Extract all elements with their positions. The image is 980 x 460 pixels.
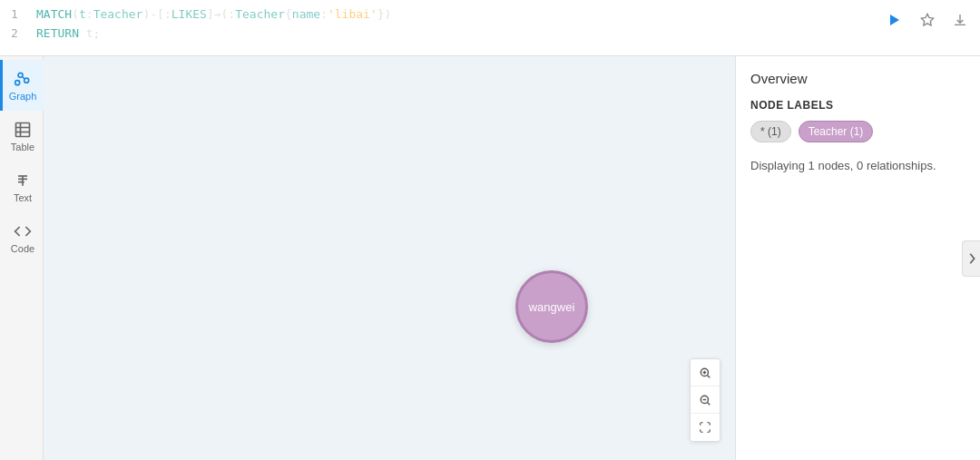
sidebar-item-text[interactable]: Text	[0, 161, 44, 212]
svg-marker-0	[890, 15, 899, 25]
sidebar-item-graph[interactable]: Graph	[0, 60, 44, 111]
label-badges-container: * (1) Teacher (1)	[750, 121, 965, 142]
zoom-controls	[690, 358, 720, 442]
graph-visualization[interactable]: wangwei	[44, 56, 735, 460]
label-badge-star[interactable]: * (1)	[750, 121, 791, 142]
line-number-1: 1	[11, 5, 29, 24]
node-label: wangwei	[529, 300, 575, 314]
node-labels-heading: Node labels	[750, 99, 965, 112]
editor-area[interactable]: 1 MATCH(t:Teacher)-[:LIKES]→(:Teacher{na…	[0, 0, 980, 56]
overview-toggle-button[interactable]	[962, 240, 980, 277]
zoom-in-button[interactable]	[691, 359, 720, 387]
table-icon	[14, 121, 32, 139]
editor-code-line-1[interactable]: MATCH(t:Teacher)-[:LIKES]→(:Teacher{name…	[36, 5, 391, 24]
editor-toolbar	[882, 7, 973, 33]
label-badge-teacher[interactable]: Teacher (1)	[799, 121, 874, 142]
svg-point-2	[18, 73, 23, 77]
sidebar-text-label: Text	[14, 192, 32, 203]
sidebar-table-label: Table	[11, 142, 34, 152]
download-button[interactable]	[947, 7, 973, 33]
overview-title: Overview	[750, 71, 965, 86]
svg-line-5	[23, 76, 25, 79]
graph-icon	[14, 70, 32, 88]
star-button[interactable]	[915, 7, 940, 33]
fit-button[interactable]	[691, 414, 720, 441]
sidebar-code-label: Code	[11, 243, 34, 254]
sidebar-graph-label: Graph	[9, 91, 37, 102]
overview-stats: Displaying 1 nodes, 0 relationships.	[750, 157, 965, 175]
sidebar-item-code[interactable]: Code	[0, 212, 44, 263]
svg-rect-7	[16, 122, 30, 136]
editor-line-1: 1 MATCH(t:Teacher)-[:LIKES]→(:Teacher{na…	[11, 5, 926, 24]
graph-node[interactable]: wangwei	[515, 270, 588, 343]
code-icon	[14, 222, 32, 240]
svg-line-15	[708, 375, 710, 377]
svg-point-3	[24, 78, 29, 83]
svg-marker-1	[921, 14, 933, 25]
svg-line-6	[19, 81, 20, 82]
zoom-out-button[interactable]	[691, 387, 720, 414]
text-icon	[14, 171, 32, 190]
line-number-2: 2	[11, 24, 29, 44]
editor-code-line-2[interactable]: RETURN t;	[36, 24, 100, 44]
main-content: Graph Table Te	[0, 56, 980, 460]
run-button[interactable]	[882, 7, 907, 33]
overview-panel: Overview Node labels * (1) Teacher (1) D…	[735, 56, 980, 460]
sidebar: Graph Table Te	[0, 56, 44, 460]
sidebar-item-table[interactable]: Table	[0, 111, 44, 161]
editor-line-2: 2 RETURN t;	[11, 24, 926, 44]
svg-line-19	[708, 402, 710, 405]
